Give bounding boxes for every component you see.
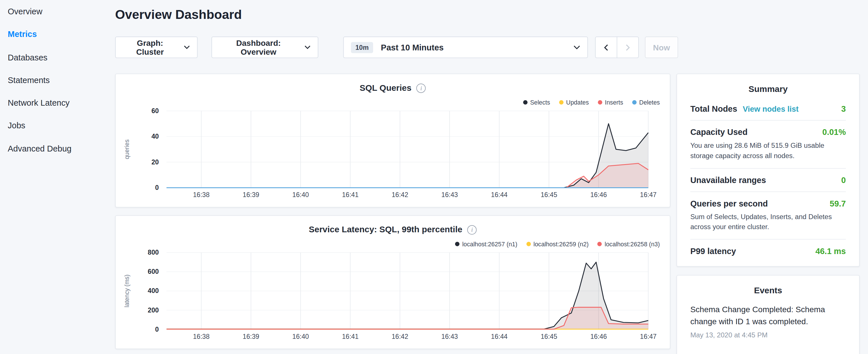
dashboard-label: Dashboard: Overview xyxy=(219,38,298,56)
event-timestamp: May 13, 2020 at 4:45 PM xyxy=(690,331,846,339)
view-nodes-list-link[interactable]: View nodes list xyxy=(743,104,799,114)
svg-text:queries: queries xyxy=(124,139,130,159)
summary-label: Total Nodes xyxy=(690,104,737,114)
summary-row-capacity-used: Capacity Used 0.01% You are using 28.6 M… xyxy=(690,120,846,168)
now-button[interactable]: Now xyxy=(645,36,678,58)
sidebar-item-advanced-debug[interactable]: Advanced Debug xyxy=(0,137,106,160)
svg-text:400: 400 xyxy=(148,287,159,295)
graph-scope-label: Graph: Cluster xyxy=(123,38,177,56)
svg-text:16:45: 16:45 xyxy=(541,191,557,198)
sidebar-item-overview[interactable]: Overview xyxy=(0,0,106,23)
sidebar-item-network-latency[interactable]: Network Latency xyxy=(0,91,106,114)
svg-text:20: 20 xyxy=(151,158,159,166)
sidebar: Overview Metrics Databases Statements Ne… xyxy=(0,0,106,354)
svg-text:16:44: 16:44 xyxy=(491,333,507,340)
summary-value: 3 xyxy=(841,104,846,114)
chevron-down-icon xyxy=(184,45,190,49)
svg-text:16:42: 16:42 xyxy=(392,191,408,198)
sidebar-item-databases[interactable]: Databases xyxy=(0,46,106,69)
summary-description: Sum of Selects, Updates, Inserts, and De… xyxy=(690,212,846,232)
summary-label: Capacity Used xyxy=(690,127,748,137)
summary-value: 0.01% xyxy=(823,127,846,137)
sidebar-item-metrics[interactable]: Metrics xyxy=(0,23,106,46)
svg-text:0: 0 xyxy=(155,184,159,191)
summary-row-queries-per-second: Queries per second 59.7 Sum of Selects, … xyxy=(690,191,846,239)
chevron-left-icon xyxy=(604,44,608,51)
svg-text:16:39: 16:39 xyxy=(243,191,259,198)
service-latency-chart-panel: Service Latency: SQL, 99th percentile i … xyxy=(115,215,671,349)
svg-text:200: 200 xyxy=(148,307,159,314)
event-text: Schema Change Completed: Schema change w… xyxy=(690,303,846,328)
page-title: Overview Dashboard xyxy=(115,7,242,22)
svg-text:0: 0 xyxy=(155,326,159,333)
svg-text:16:45: 16:45 xyxy=(541,333,557,340)
svg-text:60: 60 xyxy=(151,107,159,115)
summary-row-p99-latency: P99 latency 46.1 ms xyxy=(690,239,846,262)
summary-label: Unavailable ranges xyxy=(690,175,766,185)
svg-text:16:40: 16:40 xyxy=(292,333,309,340)
sidebar-item-jobs[interactable]: Jobs xyxy=(0,114,106,137)
svg-text:40: 40 xyxy=(151,133,159,140)
svg-text:16:47: 16:47 xyxy=(640,333,656,340)
dashboard-dropdown[interactable]: Dashboard: Overview xyxy=(212,36,318,58)
time-range-dropdown[interactable]: 10m Past 10 Minutes xyxy=(343,36,588,58)
summary-label: Queries per second xyxy=(690,198,768,208)
svg-text:16:43: 16:43 xyxy=(441,333,458,340)
time-step-buttons xyxy=(595,36,639,58)
chevron-right-icon xyxy=(626,44,630,51)
svg-text:16:43: 16:43 xyxy=(441,191,458,198)
chevron-down-icon xyxy=(304,45,310,49)
summary-card: Summary Total Nodes View nodes list 3 Ca… xyxy=(677,74,860,267)
svg-text:16:41: 16:41 xyxy=(342,191,359,198)
event-item: Schema Change Completed: Schema change w… xyxy=(690,303,846,339)
svg-text:16:44: 16:44 xyxy=(491,191,507,198)
svg-text:600: 600 xyxy=(148,268,159,276)
summary-value: 46.1 ms xyxy=(815,246,846,256)
svg-text:16:39: 16:39 xyxy=(243,333,259,340)
summary-row-unavailable-ranges: Unavailable ranges 0 xyxy=(690,168,846,191)
summary-row-total-nodes: Total Nodes View nodes list 3 xyxy=(690,97,846,120)
svg-text:16:38: 16:38 xyxy=(193,333,210,340)
time-range-badge: 10m xyxy=(351,42,373,53)
summary-value: 0 xyxy=(841,175,846,185)
sql-queries-chart-canvas[interactable]: 16:3816:3916:4016:4116:4216:4316:4416:45… xyxy=(116,74,670,207)
events-title: Events xyxy=(690,286,846,296)
svg-text:16:38: 16:38 xyxy=(193,191,210,198)
events-card: Events Schema Change Completed: Schema c… xyxy=(677,275,860,354)
svg-text:800: 800 xyxy=(148,249,159,256)
sidebar-item-statements[interactable]: Statements xyxy=(0,68,106,91)
svg-text:latency (ms): latency (ms) xyxy=(124,275,130,308)
svg-text:16:46: 16:46 xyxy=(590,333,607,340)
svg-text:16:42: 16:42 xyxy=(392,333,408,340)
toolbar: Graph: Cluster Dashboard: Overview 10m P… xyxy=(115,36,678,58)
svg-text:16:47: 16:47 xyxy=(640,191,656,198)
svg-text:16:46: 16:46 xyxy=(590,191,607,198)
time-forward-button[interactable] xyxy=(617,36,639,58)
summary-title: Summary xyxy=(690,84,846,94)
summary-value: 59.7 xyxy=(830,198,846,208)
graph-scope-dropdown[interactable]: Graph: Cluster xyxy=(115,36,198,58)
summary-description: You are using 28.6 MiB of 515.9 GiB usab… xyxy=(690,141,846,161)
app: Overview Metrics Databases Statements Ne… xyxy=(0,0,868,354)
summary-label: P99 latency xyxy=(690,246,736,256)
time-range-label: Past 10 Minutes xyxy=(381,43,443,52)
service-latency-chart-canvas[interactable]: 16:3816:3916:4016:4116:4216:4316:4416:45… xyxy=(116,216,670,349)
time-back-button[interactable] xyxy=(595,36,617,58)
svg-text:16:40: 16:40 xyxy=(292,191,309,198)
svg-text:16:41: 16:41 xyxy=(342,333,359,340)
sql-queries-chart-panel: SQL Queries i Selects Updates Inserts De… xyxy=(115,74,671,207)
chevron-down-icon xyxy=(574,45,580,49)
